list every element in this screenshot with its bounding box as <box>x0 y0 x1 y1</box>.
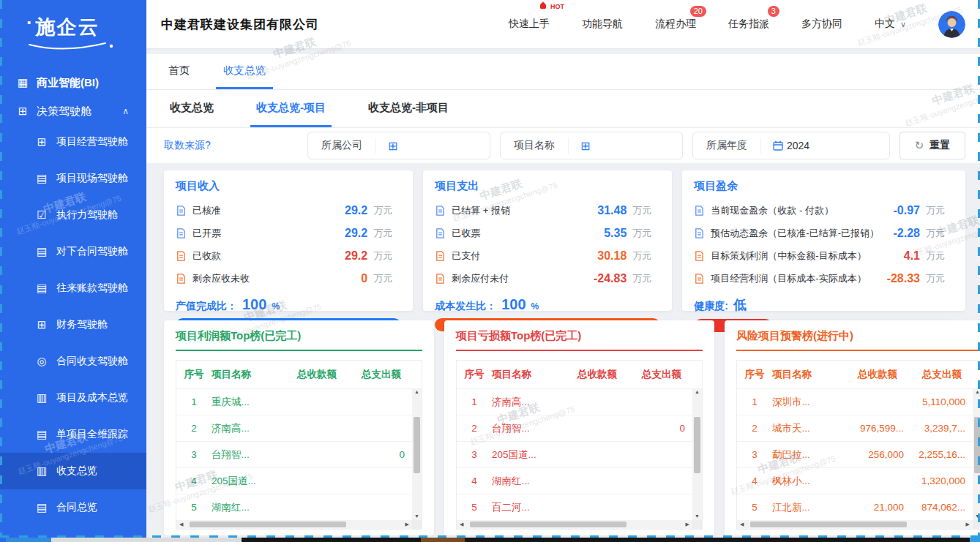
project-name-link[interactable]: 台翔智... <box>492 422 564 435</box>
project-name-link[interactable]: 枫林小... <box>772 475 844 488</box>
table-row: 3 台翔智... 0 <box>176 441 412 467</box>
grid-icon: ▦ <box>16 76 29 89</box>
tab-inout-overview[interactable]: 收支总览 <box>216 54 273 89</box>
nav-task-assign[interactable]: 3 任务指派 <box>728 18 769 31</box>
scrollbar-thumb[interactable] <box>750 522 907 527</box>
project-name-link[interactable]: 江北新... <box>772 501 844 514</box>
project-name-link[interactable]: 济南高... <box>492 396 564 409</box>
table-header-row: 序号 项目名称 总收款额 总支出额 总 <box>176 361 412 388</box>
contract-icon: ▤ <box>35 501 48 514</box>
vertical-scrollbar[interactable]: ▲ ▼ <box>412 388 422 520</box>
scroll-right-icon[interactable]: ▶ <box>966 521 970 528</box>
project-name-link[interactable]: 湖南红... <box>492 475 564 488</box>
scrollbar-thumb[interactable] <box>190 522 346 527</box>
sidebar-item-inout-overview[interactable]: ▥ 收支总览 <box>0 453 146 489</box>
top-header: 中建君联建设集团有限公司 HOT 快速上手 功能导航 20 流程办理 <box>146 0 980 48</box>
sidebar-item-contract-inout[interactable]: ◎ 合同收支驾驶舱 <box>0 343 146 380</box>
scroll-right-icon[interactable]: ▶ <box>686 521 689 528</box>
contract-icon: ▤ <box>35 245 48 258</box>
sidebar-item-accounts[interactable]: ▤ 往来账款驾驶舱 <box>0 270 146 306</box>
stat-label: 当前现金盈余（收款 - 付款） <box>711 204 879 217</box>
sidebar-item-project-operation[interactable]: ⊞ 项目经营驾驶舱 <box>0 124 146 160</box>
scroll-right-icon[interactable]: ▶ <box>405 521 409 528</box>
project-name-link[interactable]: 济南高... <box>212 422 283 435</box>
scroll-down-icon[interactable]: ▼ <box>414 513 419 520</box>
year-select[interactable]: 所属年度 2024 <box>692 132 890 159</box>
stat-label: 项目经营利润（目标成本-实际成本） <box>711 272 879 285</box>
column-header: 序号 <box>737 368 772 381</box>
project-name-link[interactable]: 台翔智... <box>212 448 283 462</box>
scrollbar-thumb[interactable] <box>694 417 700 473</box>
project-name-link[interactable]: 湖南红... <box>212 501 283 514</box>
scroll-left-icon[interactable]: ◀ <box>460 521 463 528</box>
sidebar-item-contract-overview[interactable]: ▤ 合同总览 <box>0 489 146 526</box>
sidebar-item-project-cost[interactable]: ▥ 项目及成本总览 <box>0 380 146 416</box>
language-switcher[interactable]: 中文 ∨ <box>875 18 906 31</box>
user-avatar[interactable] <box>938 11 965 38</box>
nav-process-handling[interactable]: 20 流程办理 <box>655 18 696 31</box>
nav-label: 快速上手 <box>509 18 550 29</box>
stat-value: -2.28 <box>879 227 920 240</box>
table-row: 1 深圳市... 5,110,000 - <box>737 388 973 415</box>
project-name-link[interactable]: 城市天... <box>772 422 844 435</box>
nav-collaboration[interactable]: 多方协同 <box>801 18 842 31</box>
footer-unit: % <box>531 301 539 312</box>
subtab-inout-nonproject[interactable]: 收支总览-非项目 <box>362 90 455 127</box>
project-name-link[interactable]: 205国道... <box>212 475 283 488</box>
calendar-icon <box>773 140 783 151</box>
scroll-up-icon[interactable]: ▲ <box>695 388 700 396</box>
project-name-link[interactable]: 205国道... <box>492 448 564 462</box>
nav-label: 多方协同 <box>801 18 842 29</box>
table-row: 2 台翔智... 0 <box>457 415 692 441</box>
horizontal-scrollbar[interactable]: ◀ ▶ <box>457 520 692 529</box>
database-icon: ▥ <box>35 391 48 404</box>
subtab-inout-project[interactable]: 收支总览-项目 <box>250 90 332 127</box>
project-name-link[interactable]: 深圳市... <box>772 396 844 409</box>
table-card-profit-top: 项目利润额Top榜(已完工) 序号 项目名称 总收款额 总支出额 总 1 重庆城… <box>164 320 434 535</box>
table-row: 4 205国道... <box>176 467 412 494</box>
reset-button[interactable]: ↻ 重置 <box>899 132 965 159</box>
sidebar-item-label: 项目现场驾驶舱 <box>56 172 128 185</box>
subtab-inout-overview[interactable]: 收支总览 <box>164 90 220 127</box>
sidebar-group-cockpit[interactable]: ⊞ 决策驾驶舱 ∧ <box>0 89 146 124</box>
sidebar-item-finance[interactable]: ⊞ 财务驾驶舱 <box>0 306 146 343</box>
stat-value: 30.18 <box>586 249 626 263</box>
nav-quick-start[interactable]: HOT 快速上手 <box>509 18 550 31</box>
data-source-link[interactable]: 取数来源? <box>164 139 211 152</box>
nav-function-guide[interactable]: 功能导航 <box>582 18 623 31</box>
sidebar-item-single-project[interactable]: ▤ 单项目全维跟踪 <box>0 416 146 453</box>
stat-unit: 万元 <box>373 249 401 263</box>
horizontal-scrollbar[interactable]: ◀ ▶ <box>737 520 973 529</box>
scroll-left-icon[interactable]: ◀ <box>179 521 183 528</box>
scroll-down-icon[interactable]: ▼ <box>695 513 700 520</box>
subtab-label: 收支总览-项目 <box>256 101 326 115</box>
table-row: 3 勐巴拉... 256,000 2,255,16... - <box>737 441 973 467</box>
sidebar-item-project-site[interactable]: ▤ 项目现场驾驶舱 <box>0 160 146 197</box>
vertical-scrollbar[interactable]: ▲ ▼ <box>692 388 702 520</box>
project-name-link[interactable]: 勐巴拉... <box>772 448 844 462</box>
sidebar-item-sub-contract[interactable]: ▤ 对下合同驾驶舱 <box>0 233 146 270</box>
scrollbar-thumb[interactable] <box>414 417 420 473</box>
stat-unit: 万元 <box>926 272 954 285</box>
stat-value: -24.83 <box>586 272 626 285</box>
sidebar-section-bi[interactable]: ▦ 商业智能(BI) <box>0 55 146 89</box>
nav-label: 流程办理 <box>655 18 696 29</box>
scroll-left-icon[interactable]: ◀ <box>740 521 744 528</box>
scroll-up-icon[interactable]: ▲ <box>414 388 419 396</box>
tab-home[interactable]: 首页 <box>161 54 197 89</box>
tab-label: 收支总览 <box>223 64 266 78</box>
stat-row: 已结算 + 报销 31.48 万元 <box>435 199 660 222</box>
stat-unit: 万元 <box>632 249 660 263</box>
project-name-link[interactable]: 重庆城... <box>212 396 283 409</box>
card-title: 项目支出 <box>435 179 660 193</box>
scrollbar-thumb[interactable] <box>470 522 626 527</box>
sidebar-item-execution[interactable]: ☑ 执行力驾驶舱 <box>0 197 146 233</box>
divider <box>736 350 980 351</box>
project-name-link[interactable]: 百二河... <box>492 501 564 514</box>
company-select[interactable]: 所属公司 ⊞ <box>307 132 490 159</box>
horizontal-scrollbar[interactable]: ◀ ▶ <box>176 520 412 529</box>
project-select[interactable]: 项目名称 ⊞ <box>500 132 683 159</box>
column-header: 总支出额 <box>911 368 973 381</box>
table-row: 1 重庆城... <box>176 388 412 415</box>
sidebar-item-label: 项目及成本总览 <box>56 391 128 404</box>
